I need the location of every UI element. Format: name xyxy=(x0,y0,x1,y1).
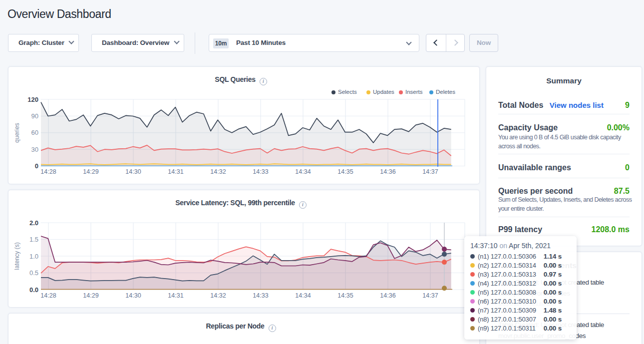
svg-text:14:28: 14:28 xyxy=(40,292,56,299)
svg-text:14:29: 14:29 xyxy=(83,168,98,175)
svg-text:14:33: 14:33 xyxy=(253,168,268,175)
svg-text:0: 0 xyxy=(35,162,38,170)
svg-text:14:34: 14:34 xyxy=(295,168,311,175)
svg-text:14:37: 14:37 xyxy=(422,292,438,299)
svg-text:14:32: 14:32 xyxy=(210,168,226,175)
svg-text:14:33: 14:33 xyxy=(253,292,268,299)
svg-text:14:31: 14:31 xyxy=(168,292,183,299)
svg-text:latency (s): latency (s) xyxy=(13,242,20,270)
svg-text:14:29: 14:29 xyxy=(83,292,98,299)
svg-text:14:31: 14:31 xyxy=(168,168,183,175)
svg-text:0.5: 0.5 xyxy=(29,269,38,277)
svg-text:14:37: 14:37 xyxy=(422,168,438,175)
svg-text:14:36: 14:36 xyxy=(380,292,395,299)
svg-text:14:32: 14:32 xyxy=(210,292,226,299)
svg-text:14:28: 14:28 xyxy=(40,168,56,175)
svg-text:1.5: 1.5 xyxy=(29,236,38,243)
svg-text:120: 120 xyxy=(27,96,38,103)
svg-text:14:36: 14:36 xyxy=(380,168,395,175)
svg-text:14:35: 14:35 xyxy=(337,168,353,175)
svg-text:0.0: 0.0 xyxy=(29,286,38,294)
svg-text:30: 30 xyxy=(31,146,38,153)
svg-text:queries: queries xyxy=(13,123,20,142)
svg-text:90: 90 xyxy=(31,112,38,120)
svg-text:14:30: 14:30 xyxy=(125,168,141,175)
svg-text:14:35: 14:35 xyxy=(337,292,353,299)
svg-text:1.0: 1.0 xyxy=(29,253,38,260)
svg-text:2.0: 2.0 xyxy=(29,219,38,227)
svg-text:14:34: 14:34 xyxy=(295,292,311,299)
svg-text:60: 60 xyxy=(31,129,38,136)
svg-text:14:30: 14:30 xyxy=(125,292,141,299)
